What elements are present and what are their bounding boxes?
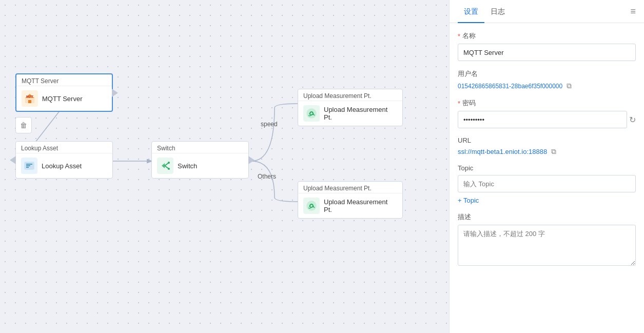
svg-point-15 [307,201,316,210]
node-mqtt-server[interactable]: MQTT Server MQTT MQTT Server [15,73,113,112]
node-lookup-asset[interactable]: Lookup Asset Lookup Asset [15,141,113,179]
panel-content: * 名称 用户名 015426865865831-28bae6f35f00000… [450,23,644,333]
upload1-icon [303,105,320,122]
password-label: * 密码 [458,99,636,108]
username-row: 015426865865831-28bae6f35f000000 ⧉ [458,82,636,90]
node-upload-2[interactable]: Upload Measurement Pt. Upload Measuremen… [298,181,403,219]
lookup-icon [21,158,37,174]
form-group-url: URL ssl://mqtt-beta1.eniot.io:18888 ⧉ [458,136,636,156]
node-switch-label: Switch [178,162,197,170]
node-mqtt-header: MQTT Server [16,74,112,86]
switch-header: Switch [152,142,248,153]
node-upload1-label: Upload Measurement Pt. [324,106,397,121]
lookup-header: Lookup Asset [16,142,112,153]
panel-menu-icon[interactable]: ≡ [626,2,640,21]
topic-input-row [458,175,636,192]
node-switch[interactable]: Switch Switch [151,141,249,179]
url-value: ssl://mqtt-beta1.eniot.io:18888 [458,148,547,155]
form-group-password: * 密码 ↻ [458,99,636,128]
mqtt-arrow-right [112,89,118,97]
upload2-header: Upload Measurement Pt. [298,182,402,193]
edge-label-others: Others [258,173,276,180]
switch-icon [157,158,173,174]
refresh-icon[interactable]: ↻ [629,115,636,125]
form-group-topic: Topic + Topic [458,164,636,204]
description-textarea[interactable] [458,225,636,266]
name-required: * [458,32,460,40]
username-value: 015426865865831-28bae6f35f000000 [458,83,562,90]
svg-point-12 [168,168,170,170]
password-required: * [458,100,460,107]
node-lookup-label: Lookup Asset [42,162,82,170]
switch-arrow-right [248,156,255,164]
username-label: 用户名 [458,69,636,79]
canvas-area[interactable]: 🗑 MQTT Server MQTT MQTT Server Lookup As… [0,0,449,333]
upload1-header: Upload Measurement Pt. [298,89,402,101]
form-group-name: * 名称 [458,31,636,61]
upload2-icon [303,198,320,214]
name-label: * 名称 [458,31,636,41]
svg-rect-5 [28,100,31,103]
svg-text:MQTT: MQTT [26,95,33,98]
svg-point-13 [307,109,316,118]
password-input[interactable] [458,111,627,128]
node-upload2-label: Upload Measurement Pt. [324,198,397,213]
trash-icon: 🗑 [20,121,27,129]
edge-label-speed: speed [261,121,278,128]
tab-logs[interactable]: 日志 [484,0,511,23]
delete-button[interactable]: 🗑 [15,117,32,133]
url-label: URL [458,136,636,144]
username-copy-icon[interactable]: ⧉ [567,82,572,90]
tab-settings[interactable]: 设置 [458,0,484,23]
right-panel: 设置 日志 ≡ * 名称 用户名 015426865865831-28bae6f… [449,0,644,333]
url-copy-icon[interactable]: ⧉ [551,147,556,156]
node-mqtt-label: MQTT Server [42,95,83,103]
description-label: 描述 [458,212,636,222]
form-group-description: 描述 [458,212,636,268]
add-topic-button[interactable]: + Topic [458,197,479,204]
mqtt-icon: MQTT [22,90,38,107]
lookup-arrow-left [10,156,16,164]
topic-label: Topic [458,164,636,172]
topic-input[interactable] [458,175,636,192]
url-row: ssl://mqtt-beta1.eniot.io:18888 ⧉ [458,147,636,156]
svg-point-11 [168,162,170,164]
panel-tabs: 设置 日志 ≡ [450,0,644,23]
name-input[interactable] [458,44,636,61]
password-row: ↻ [458,111,636,128]
form-group-username: 用户名 015426865865831-28bae6f35f000000 ⧉ [458,69,636,90]
node-upload-1[interactable]: Upload Measurement Pt. Upload Measuremen… [298,89,403,126]
